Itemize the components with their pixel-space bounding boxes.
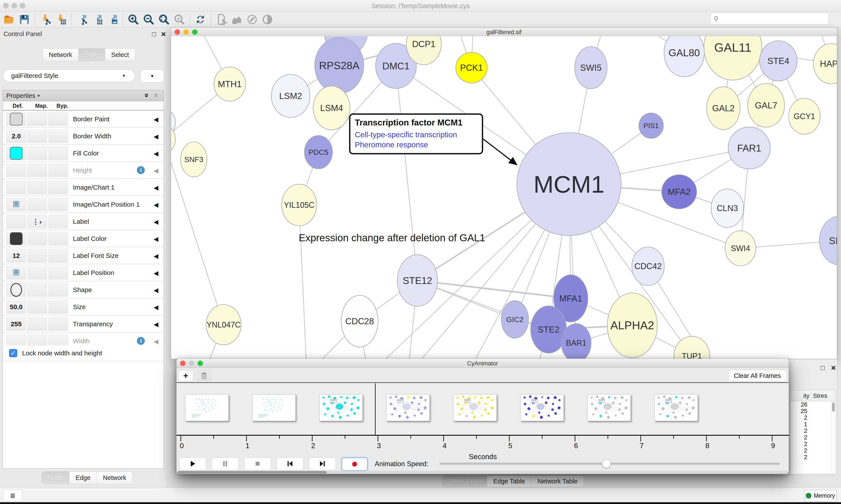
byp-cell[interactable] — [48, 215, 68, 228]
position-icon[interactable] — [13, 269, 20, 277]
zoom-in-icon[interactable] — [126, 13, 141, 26]
default-value[interactable]: 255 — [11, 320, 22, 328]
export-table-icon[interactable] — [89, 13, 105, 26]
table-row[interactable]: 1 — [790, 421, 836, 428]
table-scrollbar[interactable] — [831, 401, 835, 473]
position-icon[interactable] — [13, 200, 20, 209]
animation-speed-slider[interactable] — [439, 463, 780, 465]
map-cell[interactable] — [28, 198, 47, 211]
byp-cell[interactable] — [48, 300, 68, 314]
cyanimator-titlebar[interactable]: CyAnimator — [177, 359, 789, 368]
style-target-tab-edge[interactable]: Edge — [69, 471, 96, 484]
byp-cell[interactable] — [48, 146, 68, 160]
map-cell[interactable] — [28, 146, 47, 160]
expand-row-icon[interactable]: ◀ — [154, 304, 158, 311]
callout-link[interactable]: Pheromone response — [355, 140, 478, 150]
frame-thumbnail-6[interactable] — [587, 394, 631, 421]
byp-cell[interactable] — [48, 181, 68, 194]
zoom-fit-icon[interactable] — [156, 13, 172, 26]
def-cell[interactable]: 255 — [6, 317, 26, 331]
byp-cell[interactable] — [48, 164, 68, 177]
default-swatch[interactable] — [10, 113, 22, 125]
add-frame-button[interactable]: + — [178, 370, 193, 381]
memory-button[interactable]: Memory — [804, 490, 837, 502]
open-session-icon[interactable] — [1, 13, 17, 26]
slider-thumb[interactable] — [602, 459, 611, 468]
passthrough-mapping-icon[interactable]: ⋮› — [32, 218, 42, 226]
info-icon[interactable]: i — [137, 337, 145, 345]
byp-cell[interactable] — [48, 198, 68, 211]
frame-thumbnail-4[interactable] — [453, 394, 497, 421]
expand-row-icon[interactable]: ◀ — [154, 270, 158, 277]
property-row-label-font-size[interactable]: 12Label Font Size◀ — [3, 247, 164, 264]
skip-start-button[interactable] — [276, 457, 303, 470]
property-row-border-paint[interactable]: Border Paint◀ — [3, 111, 164, 128]
def-cell[interactable] — [6, 181, 26, 194]
map-cell[interactable] — [28, 232, 47, 246]
callout-link[interactable]: Cell-type-specific transcription — [355, 130, 478, 140]
save-session-icon[interactable] — [17, 13, 32, 26]
byp-cell[interactable] — [48, 266, 68, 280]
edge-DMC1-STE12[interactable] — [396, 66, 417, 281]
style-target-tab-node[interactable]: Node — [42, 471, 69, 484]
default-value[interactable]: 2.0 — [12, 132, 21, 140]
default-value[interactable]: 12 — [13, 252, 20, 259]
map-cell[interactable] — [28, 300, 47, 314]
def-cell[interactable] — [6, 215, 26, 228]
table-row[interactable]: 2 — [790, 447, 836, 454]
table-row[interactable]: 2 — [790, 414, 836, 421]
byp-cell[interactable] — [48, 232, 68, 246]
network-window-titlebar[interactable]: galFiltered.sif — [171, 28, 837, 37]
network-canvas[interactable]: RPS28BGAL11ALPHA2TUP1MCM1RPS28ADMC1DCP1P… — [171, 36, 837, 359]
clear-all-frames-button[interactable]: Clear All Frames — [729, 370, 786, 382]
property-row-label[interactable]: ⋮›Label◀ — [3, 213, 164, 230]
ellipse-shape-icon[interactable] — [11, 283, 22, 297]
pause-button[interactable] — [212, 457, 238, 470]
map-cell[interactable]: ⋮› — [28, 215, 47, 228]
property-row-shape[interactable]: Shape◀ — [3, 281, 164, 299]
map-cell[interactable] — [28, 283, 47, 297]
byp-cell[interactable] — [48, 249, 68, 263]
expand-row-icon[interactable]: ◀ — [154, 338, 158, 345]
def-cell[interactable]: 50.0 — [6, 300, 26, 314]
export-network-icon[interactable] — [74, 13, 89, 26]
style-target-tab-network[interactable]: Network — [96, 471, 132, 484]
import-table-icon[interactable] — [53, 13, 68, 26]
tab-network[interactable]: Network — [42, 48, 78, 61]
property-row-border-width[interactable]: 2.0Border Width◀ — [3, 128, 164, 145]
frame-thumbnail-2[interactable] — [319, 394, 363, 421]
import-network-icon[interactable] — [38, 13, 53, 26]
map-cell[interactable] — [28, 112, 47, 126]
property-row-label-color[interactable]: Label Color◀ — [3, 230, 164, 247]
filmstrip-scrollbar-thumb[interactable] — [177, 471, 327, 473]
map-cell[interactable] — [28, 181, 47, 194]
def-cell[interactable] — [6, 266, 26, 280]
style-selector[interactable]: galFiltered Style ▾ — [3, 69, 135, 82]
def-cell[interactable] — [6, 146, 26, 160]
expand-row-icon[interactable]: ◀ — [154, 218, 158, 226]
expand-row-icon[interactable]: ◀ — [154, 167, 158, 174]
def-cell[interactable] — [6, 164, 26, 177]
expand-row-icon[interactable]: ◀ — [154, 287, 158, 294]
property-row-fill-color[interactable]: Fill Color◀ — [3, 145, 164, 162]
table-row[interactable]: 26 — [790, 401, 836, 408]
close-panel-icon[interactable]: ✕ — [161, 31, 166, 38]
def-cell[interactable] — [6, 283, 26, 297]
skip-end-button[interactable] — [309, 457, 336, 470]
table-scrollbar-thumb[interactable] — [832, 402, 835, 412]
expand-row-icon[interactable]: ◀ — [154, 321, 158, 328]
def-cell[interactable]: 2.0 — [6, 129, 26, 143]
property-row-transparency[interactable]: 255Transparency◀ — [3, 316, 164, 332]
frame-thumbnail-0[interactable] — [185, 394, 229, 421]
export-image-icon[interactable] — [105, 13, 120, 26]
property-row-image-chart-1[interactable]: Image/Chart 1◀ — [3, 179, 164, 196]
table-tab-node-table[interactable]: Node Table — [442, 475, 487, 487]
frame-thumbnail-7[interactable] — [655, 394, 698, 421]
zoom-out-icon[interactable] — [141, 13, 156, 26]
map-cell[interactable] — [28, 266, 47, 280]
expand-row-icon[interactable]: ◀ — [154, 201, 158, 209]
table-row[interactable]: 2 — [790, 441, 836, 447]
table-tab-edge-table[interactable]: Edge Table — [487, 475, 531, 487]
byp-cell[interactable] — [48, 129, 68, 143]
properties-header[interactable]: Properties ▾ » « — [3, 90, 164, 101]
